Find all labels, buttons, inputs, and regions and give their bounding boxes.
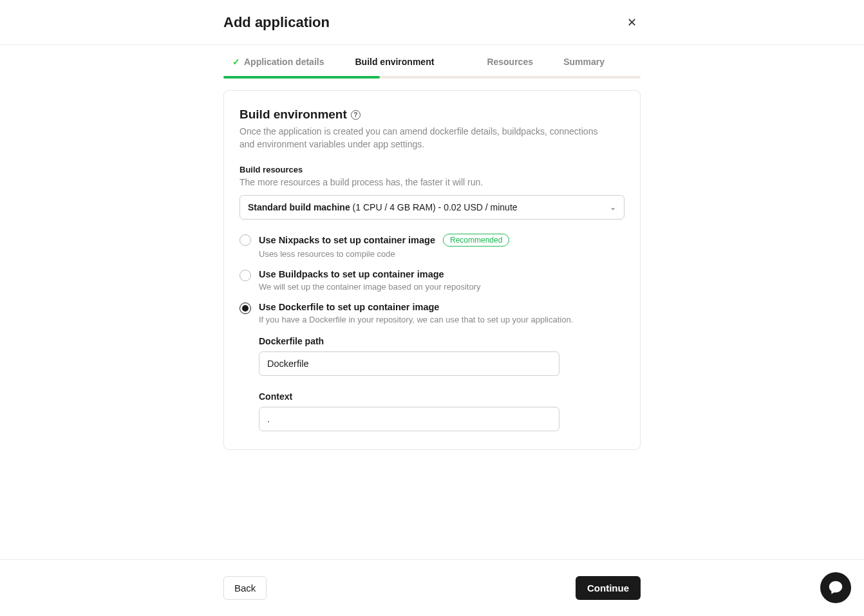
container-setup-radio-group: Use Nixpacks to set up container image R… (239, 234, 625, 431)
radio-subtitle: Uses less resources to compile code (259, 249, 625, 259)
step-application-details[interactable]: ✓ Application details (232, 57, 324, 67)
footer: Back Continue (0, 559, 864, 616)
stepper-progress-fill (223, 76, 380, 79)
build-resources-description: The more resources a build process has, … (239, 177, 625, 187)
option-nixpacks[interactable]: Use Nixpacks to set up container image R… (239, 234, 625, 259)
radio-subtitle: We will set up the container image based… (259, 282, 625, 292)
radio-nixpacks[interactable] (239, 234, 251, 246)
stepper: ✓ Application details Build environment … (223, 45, 641, 79)
back-button[interactable]: Back (223, 576, 267, 600)
option-buildpacks[interactable]: Use Buildpacks to set up container image… (239, 269, 625, 292)
stepper-progress-track (223, 76, 641, 79)
step-label: Build environment (355, 57, 434, 67)
radio-title: Use Dockerfile to set up container image (259, 302, 439, 312)
option-dockerfile[interactable]: Use Dockerfile to set up container image… (239, 302, 625, 431)
radio-title: Use Buildpacks to set up container image (259, 269, 444, 279)
close-button[interactable]: ✕ (623, 13, 641, 32)
chat-icon (827, 579, 844, 596)
step-resources[interactable]: Resources (487, 57, 533, 67)
help-icon[interactable]: ? (351, 110, 361, 120)
context-label: Context (259, 391, 625, 402)
build-machine-select[interactable]: Standard build machine (1 CPU / 4 GB RAM… (239, 195, 625, 219)
build-environment-card: Build environment ? Once the application… (223, 90, 641, 450)
radio-subtitle: If you have a Dockerfile in your reposit… (259, 315, 625, 324)
chevron-down-icon: ⌄ (610, 203, 616, 212)
chat-widget-button[interactable] (820, 572, 851, 603)
close-icon: ✕ (627, 16, 637, 29)
step-summary[interactable]: Summary (563, 57, 605, 67)
section-description: Once the application is created you can … (239, 126, 613, 151)
radio-dockerfile[interactable] (239, 303, 251, 314)
check-icon: ✓ (232, 57, 240, 67)
select-value: Standard build machine (1 CPU / 4 GB RAM… (248, 202, 518, 212)
step-label: Summary (563, 57, 605, 67)
context-input[interactable] (259, 407, 559, 431)
section-title: Build environment (239, 107, 347, 122)
radio-buildpacks[interactable] (239, 270, 251, 281)
step-label: Application details (244, 57, 324, 67)
continue-button[interactable]: Continue (576, 576, 641, 600)
step-build-environment[interactable]: Build environment (355, 57, 434, 67)
dockerfile-path-label: Dockerfile path (259, 336, 625, 346)
dockerfile-path-input[interactable] (259, 351, 559, 376)
recommended-badge: Recommended (443, 234, 509, 247)
header: Add application ✕ (0, 0, 864, 45)
radio-title: Use Nixpacks to set up container image (259, 235, 435, 245)
page-title: Add application (223, 14, 330, 31)
step-label: Resources (487, 57, 533, 67)
build-resources-label: Build resources (239, 165, 625, 174)
